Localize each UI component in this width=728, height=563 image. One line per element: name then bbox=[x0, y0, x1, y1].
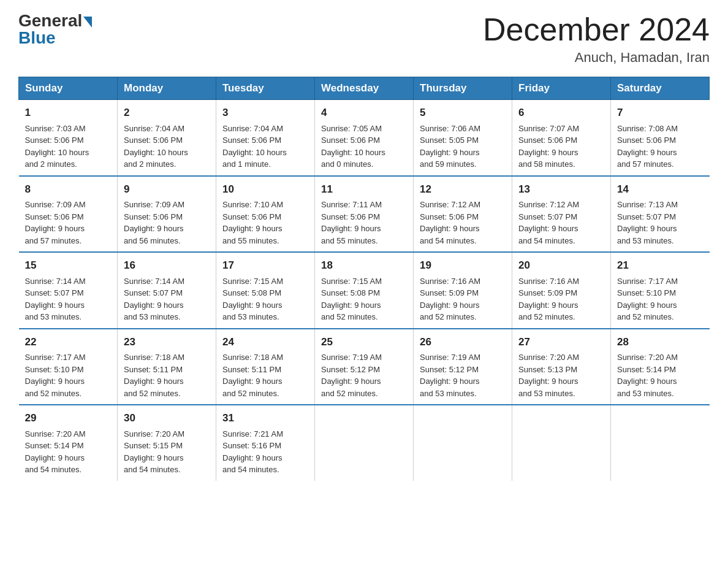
table-row: 7Sunrise: 7:08 AM Sunset: 5:06 PM Daylig… bbox=[611, 100, 710, 176]
table-row: 14Sunrise: 7:13 AM Sunset: 5:07 PM Dayli… bbox=[611, 176, 710, 253]
day-number: 6 bbox=[518, 105, 604, 121]
week-row-5: 29Sunrise: 7:20 AM Sunset: 5:14 PM Dayli… bbox=[19, 405, 710, 481]
day-number: 23 bbox=[124, 334, 210, 350]
day-number: 4 bbox=[321, 105, 407, 121]
table-row: 16Sunrise: 7:14 AM Sunset: 5:07 PM Dayli… bbox=[118, 252, 216, 329]
week-row-4: 22Sunrise: 7:17 AM Sunset: 5:10 PM Dayli… bbox=[19, 329, 710, 405]
day-info: Sunrise: 7:18 AM Sunset: 5:11 PM Dayligh… bbox=[222, 351, 308, 399]
day-info: Sunrise: 7:20 AM Sunset: 5:14 PM Dayligh… bbox=[25, 428, 112, 476]
table-row: 30Sunrise: 7:20 AM Sunset: 5:15 PM Dayli… bbox=[118, 405, 216, 481]
day-info: Sunrise: 7:12 AM Sunset: 5:06 PM Dayligh… bbox=[420, 199, 506, 247]
day-info: Sunrise: 7:04 AM Sunset: 5:06 PM Dayligh… bbox=[222, 123, 308, 170]
table-row: 15Sunrise: 7:14 AM Sunset: 5:07 PM Dayli… bbox=[19, 252, 118, 329]
day-number: 9 bbox=[124, 182, 210, 197]
table-row: 28Sunrise: 7:20 AM Sunset: 5:14 PM Dayli… bbox=[611, 329, 710, 405]
day-number: 25 bbox=[321, 334, 407, 350]
weekday-friday: Friday bbox=[512, 77, 611, 100]
day-info: Sunrise: 7:08 AM Sunset: 5:06 PM Dayligh… bbox=[617, 123, 703, 170]
logo: General Blue bbox=[18, 12, 92, 48]
page-header: General Blue December 2024 Anuch, Hamada… bbox=[18, 12, 710, 66]
table-row: 27Sunrise: 7:20 AM Sunset: 5:13 PM Dayli… bbox=[512, 329, 611, 405]
table-row: 25Sunrise: 7:19 AM Sunset: 5:12 PM Dayli… bbox=[315, 329, 414, 405]
day-number: 18 bbox=[321, 258, 407, 274]
day-info: Sunrise: 7:20 AM Sunset: 5:13 PM Dayligh… bbox=[518, 351, 604, 399]
logo-blue-text: Blue bbox=[18, 28, 56, 48]
table-row: 3Sunrise: 7:04 AM Sunset: 5:06 PM Daylig… bbox=[216, 100, 315, 176]
day-info: Sunrise: 7:05 AM Sunset: 5:06 PM Dayligh… bbox=[321, 123, 407, 170]
day-info: Sunrise: 7:14 AM Sunset: 5:07 PM Dayligh… bbox=[124, 275, 210, 323]
day-info: Sunrise: 7:20 AM Sunset: 5:15 PM Dayligh… bbox=[124, 428, 210, 476]
calendar-table: SundayMondayTuesdayWednesdayThursdayFrid… bbox=[18, 77, 710, 481]
table-row: 31Sunrise: 7:21 AM Sunset: 5:16 PM Dayli… bbox=[216, 405, 315, 481]
day-info: Sunrise: 7:16 AM Sunset: 5:09 PM Dayligh… bbox=[518, 275, 604, 323]
week-row-3: 15Sunrise: 7:14 AM Sunset: 5:07 PM Dayli… bbox=[19, 252, 710, 329]
day-number: 14 bbox=[617, 182, 703, 197]
table-row: 22Sunrise: 7:17 AM Sunset: 5:10 PM Dayli… bbox=[19, 329, 118, 405]
day-number: 28 bbox=[617, 334, 703, 350]
day-info: Sunrise: 7:20 AM Sunset: 5:14 PM Dayligh… bbox=[617, 351, 703, 399]
day-number: 10 bbox=[222, 182, 308, 197]
day-number: 11 bbox=[321, 182, 407, 197]
day-number: 12 bbox=[420, 182, 506, 197]
logo-general-text: General bbox=[18, 12, 82, 29]
table-row: 20Sunrise: 7:16 AM Sunset: 5:09 PM Dayli… bbox=[512, 252, 611, 329]
day-number: 19 bbox=[420, 258, 506, 274]
day-info: Sunrise: 7:15 AM Sunset: 5:08 PM Dayligh… bbox=[321, 275, 407, 323]
day-info: Sunrise: 7:07 AM Sunset: 5:06 PM Dayligh… bbox=[518, 123, 604, 170]
day-info: Sunrise: 7:17 AM Sunset: 5:10 PM Dayligh… bbox=[617, 275, 703, 323]
table-row: 13Sunrise: 7:12 AM Sunset: 5:07 PM Dayli… bbox=[512, 176, 611, 253]
day-number: 22 bbox=[25, 334, 112, 350]
day-number: 31 bbox=[222, 410, 308, 426]
weekday-saturday: Saturday bbox=[611, 77, 710, 100]
day-number: 30 bbox=[124, 410, 210, 426]
day-number: 20 bbox=[518, 258, 604, 274]
day-number: 26 bbox=[420, 334, 506, 350]
day-info: Sunrise: 7:18 AM Sunset: 5:11 PM Dayligh… bbox=[124, 351, 210, 399]
table-row: 4Sunrise: 7:05 AM Sunset: 5:06 PM Daylig… bbox=[315, 100, 414, 176]
calendar-header: SundayMondayTuesdayWednesdayThursdayFrid… bbox=[19, 77, 710, 100]
table-row bbox=[414, 405, 512, 481]
day-number: 7 bbox=[617, 105, 703, 121]
table-row bbox=[315, 405, 414, 481]
day-number: 21 bbox=[617, 258, 703, 274]
day-number: 3 bbox=[222, 105, 308, 121]
table-row: 17Sunrise: 7:15 AM Sunset: 5:08 PM Dayli… bbox=[216, 252, 315, 329]
day-info: Sunrise: 7:06 AM Sunset: 5:05 PM Dayligh… bbox=[420, 123, 506, 170]
day-number: 17 bbox=[222, 258, 308, 274]
table-row: 29Sunrise: 7:20 AM Sunset: 5:14 PM Dayli… bbox=[19, 405, 118, 481]
week-row-2: 8Sunrise: 7:09 AM Sunset: 5:06 PM Daylig… bbox=[19, 176, 710, 253]
day-info: Sunrise: 7:15 AM Sunset: 5:08 PM Dayligh… bbox=[222, 275, 308, 323]
day-info: Sunrise: 7:13 AM Sunset: 5:07 PM Dayligh… bbox=[617, 199, 703, 247]
weekday-row: SundayMondayTuesdayWednesdayThursdayFrid… bbox=[19, 77, 710, 100]
table-row: 8Sunrise: 7:09 AM Sunset: 5:06 PM Daylig… bbox=[19, 176, 118, 253]
weekday-tuesday: Tuesday bbox=[216, 77, 315, 100]
location-text: Anuch, Hamadan, Iran bbox=[483, 50, 710, 66]
title-block: December 2024 Anuch, Hamadan, Iran bbox=[483, 12, 710, 66]
table-row: 9Sunrise: 7:09 AM Sunset: 5:06 PM Daylig… bbox=[118, 176, 216, 253]
day-number: 2 bbox=[124, 105, 210, 121]
day-number: 8 bbox=[25, 182, 112, 197]
week-row-1: 1Sunrise: 7:03 AM Sunset: 5:06 PM Daylig… bbox=[19, 100, 710, 176]
day-info: Sunrise: 7:16 AM Sunset: 5:09 PM Dayligh… bbox=[420, 275, 506, 323]
day-info: Sunrise: 7:12 AM Sunset: 5:07 PM Dayligh… bbox=[518, 199, 604, 247]
table-row: 10Sunrise: 7:10 AM Sunset: 5:06 PM Dayli… bbox=[216, 176, 315, 253]
weekday-wednesday: Wednesday bbox=[315, 77, 414, 100]
table-row: 1Sunrise: 7:03 AM Sunset: 5:06 PM Daylig… bbox=[19, 100, 118, 176]
table-row: 2Sunrise: 7:04 AM Sunset: 5:06 PM Daylig… bbox=[118, 100, 216, 176]
day-info: Sunrise: 7:09 AM Sunset: 5:06 PM Dayligh… bbox=[25, 199, 112, 247]
table-row: 12Sunrise: 7:12 AM Sunset: 5:06 PM Dayli… bbox=[414, 176, 512, 253]
day-info: Sunrise: 7:04 AM Sunset: 5:06 PM Dayligh… bbox=[124, 123, 210, 170]
weekday-thursday: Thursday bbox=[414, 77, 512, 100]
day-info: Sunrise: 7:21 AM Sunset: 5:16 PM Dayligh… bbox=[222, 428, 308, 476]
day-number: 1 bbox=[25, 105, 112, 121]
table-row bbox=[611, 405, 710, 481]
day-info: Sunrise: 7:14 AM Sunset: 5:07 PM Dayligh… bbox=[25, 275, 112, 323]
day-info: Sunrise: 7:19 AM Sunset: 5:12 PM Dayligh… bbox=[321, 351, 407, 399]
day-number: 16 bbox=[124, 258, 210, 274]
day-number: 15 bbox=[25, 258, 112, 274]
table-row: 18Sunrise: 7:15 AM Sunset: 5:08 PM Dayli… bbox=[315, 252, 414, 329]
day-number: 29 bbox=[25, 410, 112, 426]
calendar-body: 1Sunrise: 7:03 AM Sunset: 5:06 PM Daylig… bbox=[19, 100, 710, 481]
weekday-monday: Monday bbox=[118, 77, 216, 100]
day-info: Sunrise: 7:17 AM Sunset: 5:10 PM Dayligh… bbox=[25, 351, 112, 399]
